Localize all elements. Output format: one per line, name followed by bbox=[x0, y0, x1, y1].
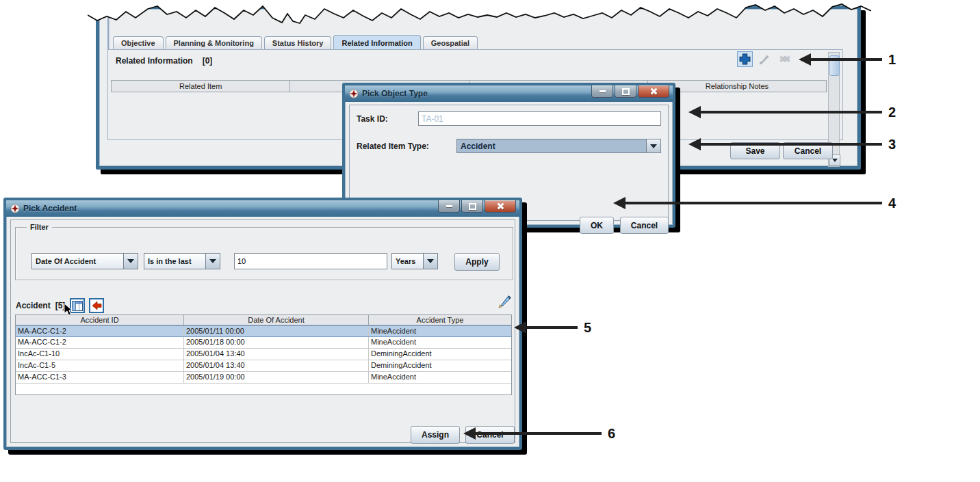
annotation-number: 6 bbox=[608, 427, 615, 440]
close-button[interactable] bbox=[638, 85, 669, 98]
pencil-icon bbox=[758, 53, 770, 65]
arrow-shaft bbox=[701, 143, 882, 146]
cell-type: DeminingAccident bbox=[369, 349, 511, 360]
minimize-button[interactable] bbox=[591, 85, 613, 98]
arrow-shaft bbox=[811, 58, 882, 61]
arrow-head-icon bbox=[799, 53, 811, 66]
close-icon bbox=[650, 88, 658, 95]
filter-operator-value: Is in the last bbox=[144, 254, 205, 269]
chevron-down-icon bbox=[209, 259, 216, 263]
chevron-down-icon bbox=[127, 259, 134, 263]
cancel-button-pot[interactable]: Cancel bbox=[620, 217, 669, 234]
arrow-shaft bbox=[626, 202, 882, 204]
combo-dropdown-button[interactable] bbox=[205, 254, 220, 269]
cell-accident-id: IncAc-C1-5 bbox=[16, 360, 184, 371]
filter-amount-field[interactable] bbox=[234, 253, 387, 269]
arrow-head-icon bbox=[688, 138, 701, 150]
close-button[interactable] bbox=[485, 200, 516, 213]
annotation-number: 1 bbox=[888, 53, 896, 66]
arrow-shaft bbox=[701, 111, 882, 113]
cell-type: MineAccident bbox=[369, 326, 511, 336]
blue-pencil-icon bbox=[497, 294, 512, 309]
combo-dropdown-button[interactable] bbox=[423, 254, 437, 269]
minimize-button[interactable] bbox=[438, 200, 460, 213]
annotation-arrow-1: 1 bbox=[799, 53, 896, 66]
ok-button[interactable]: OK bbox=[580, 217, 614, 234]
app-icon bbox=[349, 89, 359, 98]
table-row[interactable]: IncAc-C1-5 2005/01/04 13:40 DeminingAcci… bbox=[16, 360, 511, 372]
section-title: Related Information bbox=[116, 56, 193, 66]
table-row[interactable]: MA-ACC-C1-2 2005/01/18 00:00 MineAcciden… bbox=[16, 337, 511, 349]
close-icon bbox=[497, 202, 504, 210]
pick-accident-dialog: Pick Accident Filter Date Of Accident Is… bbox=[3, 198, 522, 450]
plus-icon bbox=[739, 53, 751, 65]
section-count-badge: [0] bbox=[203, 56, 213, 66]
arrow-head-icon bbox=[613, 197, 626, 209]
table-row[interactable]: MA-ACC-C1-2 2005/01/11 00:00 MineAcciden… bbox=[16, 325, 511, 337]
pick-object-type-buttons: OK Cancel bbox=[580, 217, 669, 234]
maximize-button[interactable] bbox=[615, 85, 636, 98]
tab-geospatial[interactable]: Geospatial bbox=[423, 36, 478, 49]
accident-list-header: Accident [5] bbox=[16, 298, 104, 313]
table-row[interactable]: MA-ACC-C1-3 2005/01/19 00:00 MineAcciden… bbox=[16, 372, 511, 384]
remove-related-item-button[interactable]: ✖✖ bbox=[775, 51, 791, 67]
arrow-head-icon bbox=[688, 106, 701, 118]
tab-status-history[interactable]: Status History bbox=[264, 36, 332, 49]
tab-planning-monitoring[interactable]: Planning & Monitoring bbox=[166, 36, 262, 49]
filter-unit-combo[interactable]: Years bbox=[391, 253, 438, 269]
filter-operator-combo[interactable]: Is in the last bbox=[144, 253, 220, 269]
delete-x-icon: ✖✖ bbox=[779, 54, 788, 64]
window-controls bbox=[438, 200, 516, 213]
tab-objective[interactable]: Objective bbox=[113, 36, 164, 49]
arrow-shaft bbox=[526, 326, 578, 329]
annotation-number: 2 bbox=[888, 105, 896, 119]
chevron-down-icon bbox=[427, 259, 434, 263]
section-header: Related Information [0] bbox=[116, 56, 212, 66]
arrow-shaft bbox=[476, 432, 602, 435]
arrow-head-icon bbox=[514, 321, 526, 334]
annotation-arrow-2: 2 bbox=[688, 105, 896, 119]
tab-strip: Objective Planning & Monitoring Status H… bbox=[113, 35, 480, 49]
app-icon bbox=[10, 204, 20, 213]
filter-field-combo[interactable]: Date Of Accident bbox=[31, 253, 138, 269]
table-columns-icon bbox=[72, 301, 83, 311]
column-header-date-of-accident[interactable]: Date Of Accident bbox=[184, 315, 369, 325]
screenshot-canvas: Objective Planning & Monitoring Status H… bbox=[0, 0, 980, 482]
column-header-accident-type[interactable]: Accident Type bbox=[369, 315, 511, 325]
select-columns-button[interactable] bbox=[70, 298, 85, 313]
column-header-accident-id[interactable]: Accident ID bbox=[16, 315, 184, 325]
cell-type: MineAccident bbox=[369, 372, 511, 383]
annotation-arrow-6: 6 bbox=[463, 427, 615, 440]
red-back-arrow-icon bbox=[92, 301, 102, 310]
cell-date: 2005/01/04 13:40 bbox=[184, 349, 369, 360]
chevron-down-icon bbox=[650, 144, 657, 148]
related-item-type-combo[interactable]: Accident bbox=[456, 139, 661, 153]
column-header-related-item[interactable]: Related Item bbox=[112, 81, 290, 92]
cell-type: MineAccident bbox=[369, 337, 511, 348]
annotation-number: 4 bbox=[888, 196, 896, 210]
cell-date: 2005/01/18 00:00 bbox=[184, 337, 369, 348]
related-info-toolbar: ✖✖ bbox=[737, 51, 791, 67]
combo-dropdown-button[interactable] bbox=[123, 254, 138, 269]
window-controls bbox=[591, 85, 669, 98]
cell-accident-id: MA-ACC-C1-2 bbox=[16, 337, 184, 348]
annotation-arrow-3: 3 bbox=[688, 137, 896, 151]
annotation-number: 5 bbox=[584, 321, 591, 334]
dialog-title: Pick Object Type bbox=[362, 89, 428, 98]
accident-table: Accident ID Date Of Accident Accident Ty… bbox=[15, 314, 512, 395]
edit-related-item-button[interactable] bbox=[756, 51, 772, 67]
edit-accident-button[interactable] bbox=[497, 294, 512, 309]
tab-related-information[interactable]: Related Information bbox=[333, 35, 420, 49]
maximize-button[interactable] bbox=[461, 200, 483, 213]
table-row[interactable]: IncAc-C1-10 2005/01/04 13:40 DeminingAcc… bbox=[16, 349, 511, 360]
cell-accident-id: MA-ACC-C1-2 bbox=[16, 326, 184, 336]
accident-table-header: Accident ID Date Of Accident Accident Ty… bbox=[16, 315, 511, 325]
minimize-icon bbox=[599, 90, 606, 92]
add-related-item-button[interactable] bbox=[737, 51, 753, 67]
combo-dropdown-button[interactable] bbox=[646, 139, 660, 152]
annotation-number: 3 bbox=[888, 137, 896, 151]
back-button[interactable] bbox=[89, 298, 104, 313]
assign-button[interactable]: Assign bbox=[411, 426, 460, 444]
task-id-field[interactable] bbox=[418, 111, 661, 126]
apply-button[interactable]: Apply bbox=[454, 253, 500, 271]
